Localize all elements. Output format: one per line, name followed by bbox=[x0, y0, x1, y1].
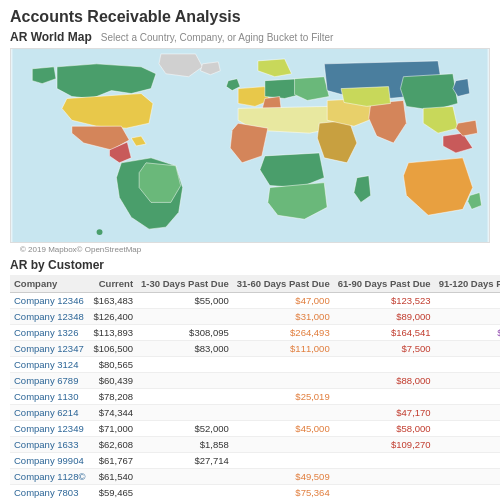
cell-d1_30 bbox=[137, 309, 233, 325]
table-section: AR by Customer Company Current 1-30 Days… bbox=[0, 256, 500, 500]
cell-d61_90 bbox=[334, 357, 435, 373]
cell-d31_60: $45,000 bbox=[233, 421, 334, 437]
cell-company: Company 1130 bbox=[10, 389, 89, 405]
cell-current: $71,000 bbox=[89, 421, 137, 437]
cell-d91_120 bbox=[435, 341, 500, 357]
svg-point-1 bbox=[97, 229, 103, 235]
cell-d1_30 bbox=[137, 469, 233, 485]
cell-current: $61,767 bbox=[89, 453, 137, 469]
cell-current: $62,608 bbox=[89, 437, 137, 453]
cell-d61_90: $109,270 bbox=[334, 437, 435, 453]
table-row[interactable]: Company 12347$106,500$83,000$111,000$7,5… bbox=[10, 341, 500, 357]
cell-company: Company 12346 bbox=[10, 293, 89, 309]
cell-company: Company 12347 bbox=[10, 341, 89, 357]
map-section-subtitle: Select a Country, Company, or Aging Buck… bbox=[101, 32, 334, 43]
cell-d91_120 bbox=[435, 405, 500, 421]
map-credit: © 2019 Mapbox© OpenStreetMap bbox=[10, 243, 490, 256]
cell-d61_90: $123,523 bbox=[334, 293, 435, 309]
cell-current: $61,540 bbox=[89, 469, 137, 485]
col-current[interactable]: Current bbox=[89, 275, 137, 293]
cell-current: $80,565 bbox=[89, 357, 137, 373]
cell-d61_90: $164,541 bbox=[334, 325, 435, 341]
cell-d1_30 bbox=[137, 357, 233, 373]
cell-d91_120 bbox=[435, 309, 500, 325]
cell-d91_120 bbox=[435, 453, 500, 469]
cell-d1_30 bbox=[137, 485, 233, 501]
cell-d1_30: $52,000 bbox=[137, 421, 233, 437]
cell-company: Company 1633 bbox=[10, 437, 89, 453]
cell-d91_120 bbox=[435, 485, 500, 501]
cell-current: $60,439 bbox=[89, 373, 137, 389]
table-row[interactable]: Company 7803$59,465$75,364 bbox=[10, 485, 500, 501]
cell-d31_60 bbox=[233, 405, 334, 421]
cell-d61_90: $7,500 bbox=[334, 341, 435, 357]
cell-d31_60 bbox=[233, 373, 334, 389]
cell-d31_60 bbox=[233, 453, 334, 469]
cell-company: Company 3124 bbox=[10, 357, 89, 373]
cell-current: $59,465 bbox=[89, 485, 137, 501]
table-row[interactable]: Company 6789$60,439$88,000 bbox=[10, 373, 500, 389]
cell-d61_90: $89,000 bbox=[334, 309, 435, 325]
cell-company: Company 99904 bbox=[10, 453, 89, 469]
cell-d31_60: $264,493 bbox=[233, 325, 334, 341]
cell-d1_30: $308,095 bbox=[137, 325, 233, 341]
cell-d31_60 bbox=[233, 437, 334, 453]
table-title: AR by Customer bbox=[10, 258, 490, 272]
cell-current: $78,208 bbox=[89, 389, 137, 405]
main-title: Accounts Receivable Analysis bbox=[10, 8, 490, 26]
cell-current: $74,344 bbox=[89, 405, 137, 421]
map-section-label: AR World Map bbox=[10, 30, 92, 44]
cell-d61_90: $47,170 bbox=[334, 405, 435, 421]
table-row[interactable]: Company 99904$61,767$27,714 bbox=[10, 453, 500, 469]
table-row[interactable]: Company 12348$126,400$31,000$89,000 bbox=[10, 309, 500, 325]
cell-d31_60 bbox=[233, 357, 334, 373]
cell-d91_120 bbox=[435, 357, 500, 373]
cell-d1_30 bbox=[137, 405, 233, 421]
cell-company: Company 1326 bbox=[10, 325, 89, 341]
cell-d91_120 bbox=[435, 469, 500, 485]
table-row[interactable]: Company 12346$163,483$55,000$47,000$123,… bbox=[10, 293, 500, 309]
table-row[interactable]: Company 12349$71,000$52,000$45,000$58,00… bbox=[10, 421, 500, 437]
cell-d31_60: $47,000 bbox=[233, 293, 334, 309]
cell-d61_90 bbox=[334, 485, 435, 501]
cell-company: Company 1128© bbox=[10, 469, 89, 485]
cell-d61_90: $88,000 bbox=[334, 373, 435, 389]
cell-d1_30: $55,000 bbox=[137, 293, 233, 309]
cell-company: Company 6789 bbox=[10, 373, 89, 389]
cell-d91_120 bbox=[435, 421, 500, 437]
cell-d1_30: $1,858 bbox=[137, 437, 233, 453]
table-row[interactable]: Company 1130$78,208$25,019 bbox=[10, 389, 500, 405]
cell-current: $163,483 bbox=[89, 293, 137, 309]
cell-d31_60: $31,000 bbox=[233, 309, 334, 325]
col-31-60[interactable]: 31-60 Days Past Due bbox=[233, 275, 334, 293]
cell-d61_90 bbox=[334, 469, 435, 485]
table-row[interactable]: Company 1326$113,893$308,095$264,493$164… bbox=[10, 325, 500, 341]
cell-d1_30: $83,000 bbox=[137, 341, 233, 357]
table-row[interactable]: Company 1633$62,608$1,858$109,270 bbox=[10, 437, 500, 453]
cell-d91_120 bbox=[435, 389, 500, 405]
cell-d61_90 bbox=[334, 389, 435, 405]
world-map[interactable] bbox=[10, 48, 490, 243]
cell-d31_60: $75,364 bbox=[233, 485, 334, 501]
cell-d1_30: $27,714 bbox=[137, 453, 233, 469]
col-91-120[interactable]: 91-120 Days Past Due bbox=[435, 275, 500, 293]
header: Accounts Receivable Analysis bbox=[0, 0, 500, 30]
cell-company: Company 7803 bbox=[10, 485, 89, 501]
cell-company: Company 6214 bbox=[10, 405, 89, 421]
cell-d1_30 bbox=[137, 373, 233, 389]
cell-d91_120 bbox=[435, 373, 500, 389]
cell-d91_120 bbox=[435, 293, 500, 309]
cell-d61_90 bbox=[334, 453, 435, 469]
cell-d31_60: $111,000 bbox=[233, 341, 334, 357]
col-61-90[interactable]: 61-90 Days Past Due bbox=[334, 275, 435, 293]
cell-d91_120: $126,225 bbox=[435, 325, 500, 341]
ar-table: Company Current 1-30 Days Past Due 31-60… bbox=[10, 275, 500, 500]
col-company[interactable]: Company bbox=[10, 275, 89, 293]
cell-d91_120 bbox=[435, 437, 500, 453]
table-row[interactable]: Company 3124$80,565 bbox=[10, 357, 500, 373]
cell-current: $106,500 bbox=[89, 341, 137, 357]
cell-current: $126,400 bbox=[89, 309, 137, 325]
table-row[interactable]: Company 1128©$61,540$49,509 bbox=[10, 469, 500, 485]
col-1-30[interactable]: 1-30 Days Past Due bbox=[137, 275, 233, 293]
table-row[interactable]: Company 6214$74,344$47,170 bbox=[10, 405, 500, 421]
